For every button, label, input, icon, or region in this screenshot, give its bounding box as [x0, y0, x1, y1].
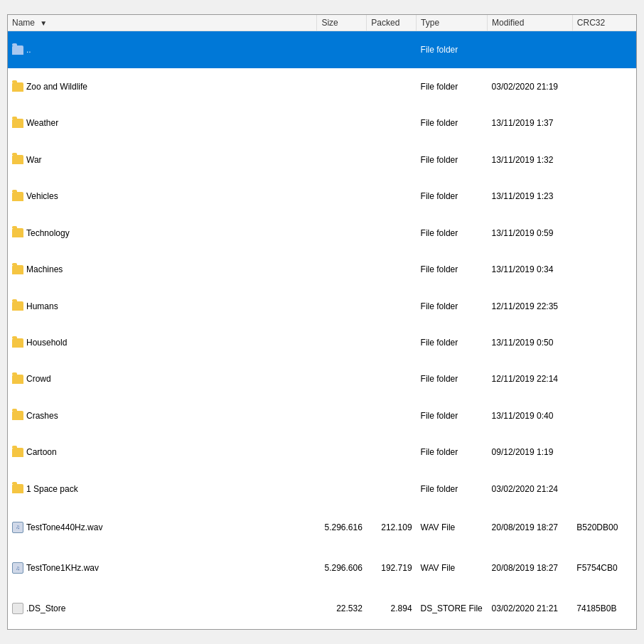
folder-icon — [12, 192, 23, 201]
file-packed — [367, 361, 417, 397]
file-name: Machines — [26, 264, 63, 274]
file-packed: 212.109 — [367, 507, 417, 547]
name-cell: Technology — [8, 215, 317, 251]
table-row[interactable]: 1 Space packFile folder03/02/2020 21:24 — [8, 471, 636, 507]
file-packed — [367, 178, 417, 215]
table-row[interactable]: TechnologyFile folder13/11/2019 0:59 — [8, 215, 636, 251]
table-row[interactable]: WeatherFile folder13/11/2019 1:37 — [8, 105, 636, 141]
file-crc32 — [572, 31, 636, 69]
wav-file-icon — [12, 522, 23, 533]
file-name: TestTone440Hz.wav — [26, 522, 102, 532]
file-crc32: B520DB00 — [572, 507, 636, 547]
file-size: 5.296.616 — [317, 507, 367, 547]
file-packed — [367, 324, 417, 360]
file-crc32: F5754CB0 — [572, 548, 636, 589]
name-cell: Vehicles — [8, 178, 317, 215]
name-cell: Crowd — [8, 361, 317, 397]
file-modified: 12/11/2019 22:35 — [488, 288, 573, 324]
file-type: File folder — [417, 288, 488, 324]
folder-icon — [12, 375, 23, 384]
folder-icon — [12, 119, 23, 128]
file-type: File folder — [417, 31, 488, 69]
file-crc32 — [572, 68, 636, 104]
table-row[interactable]: TestTone1KHz.wav5.296.606192.719WAV File… — [8, 548, 636, 589]
table-row[interactable]: CrashesFile folder13/11/2019 0:40 — [8, 397, 636, 434]
file-packed — [367, 397, 417, 434]
name-cell: Cartoon — [8, 434, 317, 471]
folder-icon — [12, 484, 23, 493]
file-modified: 03/02/2020 21:24 — [488, 471, 573, 507]
table-row[interactable]: HumansFile folder12/11/2019 22:35 — [8, 288, 636, 324]
file-modified: 13/11/2019 0:40 — [488, 397, 573, 434]
folder-icon — [12, 228, 23, 237]
table-row[interactable]: MachinesFile folder13/11/2019 0:34 — [8, 251, 636, 287]
file-name: War — [26, 155, 42, 165]
file-size — [317, 105, 367, 141]
file-modified: 13/11/2019 0:50 — [488, 324, 573, 360]
file-packed — [367, 471, 417, 507]
file-packed — [367, 251, 417, 287]
table-row[interactable]: TestTone440Hz.wav5.296.616212.109WAV Fil… — [8, 507, 636, 547]
file-modified: 20/08/2019 18:27 — [488, 548, 573, 589]
folder-icon — [12, 338, 23, 348]
file-type: WAV File — [417, 507, 488, 547]
table-row[interactable]: .DS_Store22.5322.894DS_STORE File03/02/2… — [8, 589, 636, 629]
name-cell: Zoo and Wildlife — [8, 68, 317, 104]
col-header-type[interactable]: Type — [417, 15, 488, 31]
file-size — [317, 251, 367, 287]
ds-store-icon — [12, 603, 23, 614]
file-type: File folder — [417, 471, 488, 507]
file-size: 22.532 — [317, 589, 367, 629]
file-type: File folder — [417, 68, 488, 104]
file-packed — [367, 215, 417, 251]
file-packed — [367, 105, 417, 141]
name-cell: TestTone440Hz.wav — [8, 507, 317, 547]
file-modified: 03/02/2020 21:19 — [488, 68, 573, 104]
file-packed — [367, 141, 417, 178]
file-size — [317, 288, 367, 324]
file-type: File folder — [417, 178, 488, 215]
table-row[interactable]: WarFile folder13/11/2019 1:32 — [8, 141, 636, 178]
table-row[interactable]: HouseholdFile folder13/11/2019 0:50 — [8, 324, 636, 360]
table-row[interactable]: Zoo and WildlifeFile folder03/02/2020 21… — [8, 68, 636, 104]
file-name: Weather — [26, 118, 58, 128]
file-packed — [367, 434, 417, 471]
file-modified: 13/11/2019 1:32 — [488, 141, 573, 178]
col-header-size[interactable]: Size — [317, 15, 367, 31]
name-cell: Crashes — [8, 397, 317, 434]
file-type: DS_STORE File — [417, 589, 488, 629]
file-size — [317, 68, 367, 104]
file-crc32 — [572, 215, 636, 251]
name-cell: Household — [8, 324, 317, 360]
col-header-modified[interactable]: Modified — [488, 15, 573, 31]
file-crc32 — [572, 288, 636, 324]
table-row[interactable]: CrowdFile folder12/11/2019 22:14 — [8, 361, 636, 397]
file-size — [317, 361, 367, 397]
file-crc32 — [572, 361, 636, 397]
name-cell: 1 Space pack — [8, 471, 317, 507]
file-type: File folder — [417, 141, 488, 178]
table-row[interactable]: CartoonFile folder09/12/2019 1:19 — [8, 434, 636, 471]
file-name: Crowd — [26, 374, 51, 384]
col-header-packed[interactable]: Packed — [367, 15, 417, 31]
file-modified: 13/11/2019 1:23 — [488, 178, 573, 215]
folder-icon — [12, 155, 23, 164]
sort-arrow-icon: ▼ — [40, 19, 47, 27]
file-modified: 12/11/2019 22:14 — [488, 361, 573, 397]
col-header-crc32[interactable]: CRC32 — [572, 15, 636, 31]
file-type: File folder — [417, 215, 488, 251]
file-name: Technology — [26, 228, 70, 238]
folder-icon — [12, 301, 23, 311]
file-type: File folder — [417, 251, 488, 287]
file-crc32 — [572, 251, 636, 287]
name-cell: .DS_Store — [8, 589, 317, 629]
file-name: 1 Space pack — [26, 484, 78, 494]
file-size — [317, 31, 367, 69]
col-header-name[interactable]: Name ▼ — [8, 15, 317, 31]
table-row[interactable]: ..File folder — [8, 31, 636, 69]
table-row[interactable]: VehiclesFile folder13/11/2019 1:23 — [8, 178, 636, 215]
file-name: Crashes — [26, 411, 58, 421]
name-cell: Machines — [8, 251, 317, 287]
file-size — [317, 178, 367, 215]
file-crc32 — [572, 105, 636, 141]
